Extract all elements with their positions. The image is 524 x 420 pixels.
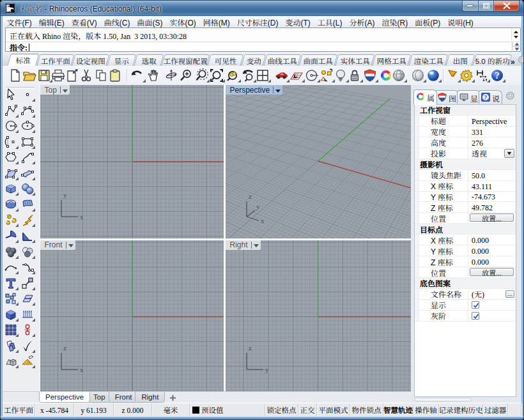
rotate-plane-icon[interactable] [20, 292, 35, 306]
browse-button[interactable]: ... [505, 290, 514, 298]
ribbon-gear-icon[interactable] [518, 55, 524, 66]
zoom-in-icon[interactable] [179, 68, 193, 82]
zoom-extents-icon[interactable] [210, 68, 224, 82]
freeform-curve-icon[interactable] [20, 150, 35, 164]
panel-value[interactable]: 50.0 [472, 169, 485, 181]
viewport-label-front[interactable]: Front [40, 240, 75, 250]
rotate-view-icon[interactable] [164, 68, 178, 82]
ribbon-tab-viewport-layout[interactable]: 工作视窗配置 [161, 54, 210, 66]
panel-value[interactable]: 276 [472, 137, 483, 148]
viewport-tab-Top[interactable]: Top [87, 392, 112, 403]
arc-blend-icon[interactable] [20, 260, 35, 274]
ribbon-tab-mesh-tools[interactable]: 网格工具 [372, 54, 411, 66]
dimension-icon[interactable] [475, 68, 489, 82]
panel-value[interactable]: 0.000 [472, 256, 489, 267]
spin-up-icon[interactable] [512, 42, 521, 47]
array-grid-icon[interactable] [4, 323, 18, 337]
panel-hscrollbar[interactable] [414, 398, 472, 401]
polyline-icon[interactable] [4, 104, 18, 118]
move-blocks-icon[interactable] [4, 292, 18, 306]
ribbon-tab-render-tools[interactable]: 渲染工具 [408, 54, 448, 66]
panel-tab-layers[interactable]: 图 [435, 90, 459, 105]
place-button[interactable]: 放置... [470, 268, 514, 276]
checkbox-grayscale[interactable] [472, 312, 479, 320]
menu-item-help[interactable]: 说明(H) [444, 16, 477, 29]
save-icon[interactable] [37, 68, 51, 82]
viewport-right[interactable]: Rightzy [226, 240, 412, 392]
viewport-dropdown-icon[interactable] [68, 244, 73, 247]
menu-item-edit[interactable]: 编辑(E) [35, 16, 68, 29]
panel-value[interactable]: 49.782 [472, 201, 493, 213]
chamfer-icon[interactable] [20, 229, 35, 243]
ribbon-tab-select[interactable]: 选取 [134, 54, 164, 66]
color-wheel-icon[interactable] [379, 68, 393, 82]
check-icon[interactable] [20, 339, 35, 353]
solid-cube-icon[interactable] [4, 307, 18, 322]
panel-tab-display[interactable]: 显 [457, 90, 481, 105]
surface-patch-icon[interactable] [20, 166, 35, 180]
scale-icon[interactable] [20, 276, 35, 290]
explode-icon[interactable] [20, 213, 35, 227]
curved-surface-icon[interactable] [20, 198, 35, 212]
checkbox-show[interactable] [472, 301, 479, 309]
spheres-icon[interactable] [20, 182, 35, 196]
render-shield-icon[interactable] [363, 68, 377, 82]
box-icon[interactable] [4, 182, 18, 196]
viewport-front[interactable]: Frontzx [40, 240, 224, 392]
print-icon[interactable] [51, 68, 65, 82]
lamp-icon[interactable] [334, 68, 348, 82]
panel-tab-help[interactable]: ?说 [479, 90, 502, 105]
spin-down-icon[interactable] [512, 47, 521, 52]
viewport-perspective[interactable]: Perspectivezyx [226, 85, 412, 238]
status-record-history[interactable]: 记录建构历史 [439, 403, 483, 416]
status-osnap[interactable]: 物件锁点 [350, 403, 383, 416]
menu-item-panels[interactable]: 面板(P) [412, 16, 444, 29]
select-cursor-icon[interactable] [4, 88, 18, 102]
ribbon-tab-display[interactable]: 显示 [107, 54, 136, 66]
close-button[interactable] [494, 0, 520, 12]
ribbon-tab-solid-tools[interactable]: 实体工具 [335, 54, 374, 66]
place-button[interactable]: 放置... [470, 214, 514, 222]
menu-item-mesh[interactable]: 网格(M) [199, 16, 233, 29]
paste-icon[interactable] [108, 68, 122, 82]
shaded-sphere-icon[interactable] [392, 68, 406, 82]
panel-value[interactable]: 0.000 [472, 245, 489, 256]
cut-icon[interactable] [79, 68, 93, 82]
twist-gear-icon[interactable] [4, 213, 18, 227]
ribbon-overflow-chevron[interactable]: » [511, 56, 515, 66]
panel-value[interactable]: 331 [472, 126, 483, 137]
viewport-dropdown-icon[interactable] [254, 244, 259, 247]
menu-item-dimension[interactable]: 尺寸标注(D) [233, 16, 282, 29]
panel-value[interactable]: 0.000 [472, 234, 489, 245]
ribbon-tab-set-view[interactable]: 设定视图 [72, 54, 109, 66]
maximize-button[interactable] [478, 0, 494, 12]
ghosted-sphere-icon[interactable] [411, 68, 425, 82]
command-scrollbar[interactable] [512, 28, 520, 41]
rectangle-icon[interactable] [20, 135, 35, 149]
named-view-icon[interactable] [274, 68, 288, 82]
viewport-label-perspective[interactable]: Perspective [226, 85, 283, 95]
viewport-tab-Right[interactable]: Right [135, 392, 165, 403]
ribbon-tab-visibility[interactable]: 可见性 [207, 54, 243, 66]
viewport-label-right[interactable]: Right [226, 240, 261, 250]
zoom-dynamic-icon[interactable] [194, 68, 208, 82]
torus-icon[interactable] [4, 198, 18, 212]
curve-cv-icon[interactable] [20, 104, 35, 118]
titlebar[interactable]: 未命名 - Rhinoceros (Educational) (64-bit) [0, 0, 524, 16]
viewport-dropdown-icon[interactable] [275, 89, 281, 93]
ribbon-tab-new-in-v5[interactable]: 5.0 的新功 [472, 54, 512, 66]
stop-icon[interactable] [445, 68, 459, 82]
menu-item-view[interactable]: 查看(V) [68, 16, 100, 29]
menu-item-file[interactable]: 文件(F) [3, 16, 35, 29]
menu-item-transform[interactable]: 变动(T) [282, 16, 314, 29]
status-filter[interactable]: 过滤器 [483, 403, 508, 416]
panel-value[interactable]: Perspective [472, 115, 507, 127]
lock-icon[interactable] [348, 68, 362, 82]
primitives-icon[interactable] [4, 354, 18, 368]
boolean-diff-icon[interactable] [20, 245, 35, 259]
panel-value[interactable]: 透视 [472, 148, 487, 159]
ellipse-icon[interactable] [20, 119, 35, 133]
panel-tab-properties[interactable]: 属 [413, 89, 437, 105]
ribbon-tab-transform[interactable]: 变动 [241, 54, 266, 66]
menu-item-surface[interactable]: 曲面(S) [134, 16, 166, 29]
